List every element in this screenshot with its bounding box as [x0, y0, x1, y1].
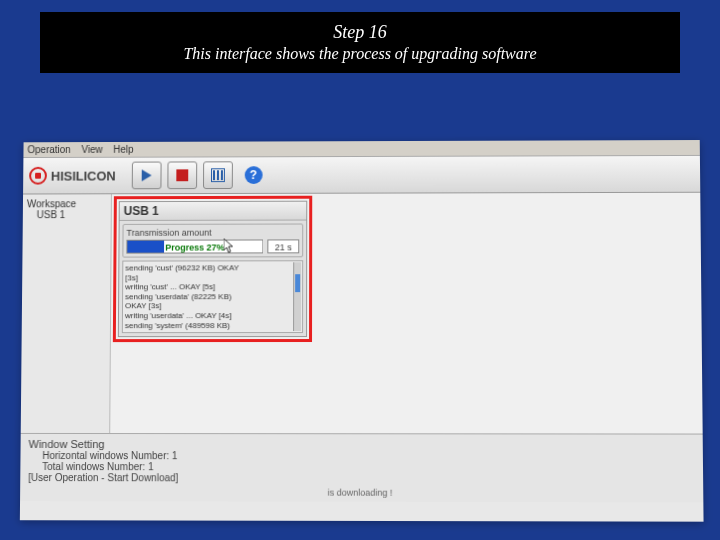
logo-text: HISILICON: [51, 168, 116, 183]
sidebar: Workspace USB 1: [21, 194, 112, 433]
config-button[interactable]: [203, 161, 233, 189]
menu-help[interactable]: Help: [113, 144, 133, 155]
red-highlight: USB 1 Transmission amount Progress 27% 2…: [113, 196, 312, 343]
menu-operation[interactable]: Operation: [27, 144, 70, 155]
body-area: Workspace USB 1 USB 1 Transmission amoun…: [21, 193, 703, 434]
usb-panel: USB 1 Transmission amount Progress 27% 2…: [118, 201, 307, 338]
log-line: writing 'userdata' ... OKAY [4s]: [125, 311, 300, 321]
stop-button[interactable]: [167, 161, 197, 189]
log-line: sending 'userdata' (82225 KB): [125, 292, 300, 302]
log-line: sending 'cust' (96232 KB) OKAY: [125, 263, 300, 273]
progress-row: Progress 27% 21 s: [126, 239, 299, 253]
log-line: [3s]: [125, 273, 300, 283]
progress-bar: Progress 27%: [126, 239, 263, 253]
config-icon: [211, 168, 225, 182]
operation-log: [User Operation - Start Download]: [28, 472, 695, 484]
play-button[interactable]: [131, 162, 161, 190]
logo: HISILICON: [29, 167, 116, 185]
status-text: is downloading !: [28, 487, 695, 498]
usb-panel-title: USB 1: [120, 202, 307, 221]
help-button[interactable]: ?: [238, 161, 268, 189]
sidebar-item-usb1[interactable]: USB 1: [27, 209, 107, 220]
play-icon: [141, 169, 151, 181]
window-setting-label: Window Setting: [28, 438, 694, 451]
horiz-windows: Horizontal windows Number: 1: [28, 450, 694, 462]
caption-subtitle: This interface shows the process of upgr…: [50, 45, 670, 63]
elapsed-time: 21 s: [267, 239, 299, 253]
log-line: writing 'cust' ... OKAY [5s]: [125, 282, 300, 292]
toolbar: HISILICON ?: [23, 156, 700, 195]
app-window: Operation View Help HISILICON ? Workspac…: [20, 140, 704, 522]
main-area: USB 1 Transmission amount Progress 27% 2…: [110, 193, 702, 434]
menu-view[interactable]: View: [81, 144, 102, 155]
log-line: sending 'system' (489598 KB): [125, 321, 300, 331]
caption-title: Step 16: [50, 22, 670, 43]
instruction-caption: Step 16 This interface shows the process…: [40, 12, 680, 73]
bottom-panel: Window Setting Horizontal windows Number…: [20, 433, 703, 502]
group-label: Transmission amount: [126, 227, 299, 237]
sidebar-root[interactable]: Workspace: [27, 198, 107, 209]
progress-text: Progress 27%: [127, 240, 262, 252]
log-line: OKAY [3s]: [125, 301, 300, 311]
log-box: sending 'cust' (96232 KB) OKAY [3s] writ…: [122, 260, 303, 333]
logo-icon: [29, 167, 47, 185]
help-icon: ?: [244, 166, 262, 184]
log-scrollbar[interactable]: [293, 262, 301, 331]
transmission-group: Transmission amount Progress 27% 21 s: [122, 224, 303, 258]
stop-icon: [176, 169, 188, 181]
